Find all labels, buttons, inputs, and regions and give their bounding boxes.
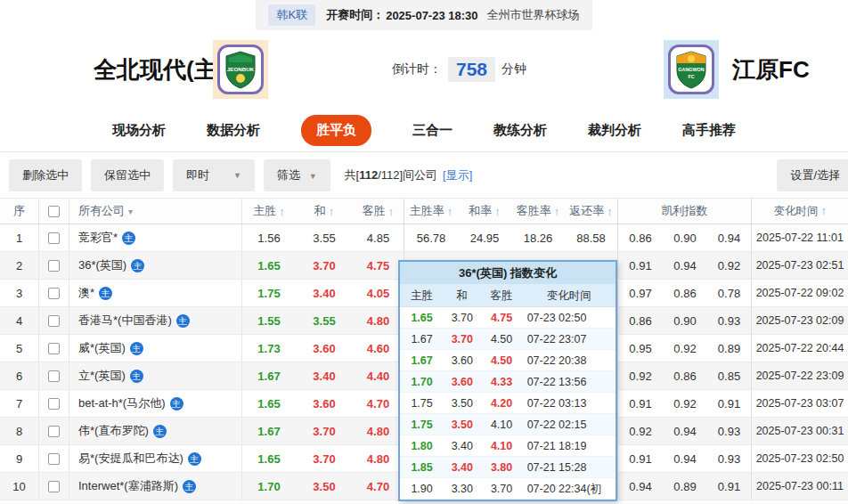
kelly-cell: 0.90 xyxy=(663,307,707,334)
row-checkbox[interactable] xyxy=(48,288,60,299)
odds-cell[interactable]: 3.55 xyxy=(296,224,353,251)
odds-cell[interactable]: 4.75 xyxy=(353,252,404,279)
odds-cell[interactable]: 1.73 xyxy=(242,335,296,362)
row-number: 4 xyxy=(0,307,39,334)
row-checkbox[interactable] xyxy=(48,370,60,382)
popup-odds-cell: 3.60 xyxy=(444,371,480,392)
company-cell[interactable]: Interwet*(塞浦路斯)主 xyxy=(69,473,242,500)
odds-cell[interactable]: 3.40 xyxy=(296,280,353,306)
odds-cell[interactable]: 4.85 xyxy=(353,224,404,251)
nav-tab[interactable]: 裁判分析 xyxy=(588,122,641,139)
header-home-rate[interactable]: 主胜率↑ xyxy=(404,199,458,224)
nav-tab[interactable]: 三合一 xyxy=(412,122,453,139)
kelly-cell: 0.92 xyxy=(618,362,663,389)
select-all-checkbox[interactable] xyxy=(48,206,60,217)
kelly-cell: 0.89 xyxy=(707,335,752,362)
company-cell[interactable]: 香港马*(中国香港)主 xyxy=(69,307,242,334)
nav-tab[interactable]: 高手推荐 xyxy=(682,122,736,139)
odds-cell[interactable]: 4.80 xyxy=(353,307,404,334)
primary-badge-icon: 主 xyxy=(153,425,167,438)
popup-time-cell: 07-22 03:13 xyxy=(523,393,616,413)
kelly-cell: 0.86 xyxy=(663,362,707,389)
nav-tab[interactable]: 教练分析 xyxy=(493,122,547,139)
odds-cell[interactable]: 4.70 xyxy=(353,473,404,500)
row-checkbox[interactable] xyxy=(48,343,60,354)
popup-odds-cell: 1.80 xyxy=(400,435,444,456)
odds-cell[interactable]: 1.55 xyxy=(242,307,296,334)
company-cell[interactable]: bet-at-h*(马尔他)主 xyxy=(69,390,242,417)
time-mode-select[interactable]: 即时 ▼ xyxy=(173,159,255,191)
header-return-rate[interactable]: 返还率↑ xyxy=(565,199,618,224)
header-away-rate[interactable]: 客胜率↑ xyxy=(511,199,565,224)
company-cell[interactable]: 立*(英国)主 xyxy=(69,362,242,389)
odds-cell[interactable]: 4.70 xyxy=(353,390,404,417)
row-checkbox[interactable] xyxy=(48,481,60,492)
row-checkbox[interactable] xyxy=(48,315,60,327)
company-cell[interactable]: 竞彩官*主 xyxy=(69,224,242,251)
odds-cell[interactable]: 3.40 xyxy=(296,362,353,389)
row-checkbox[interactable] xyxy=(48,232,60,244)
company-cell[interactable]: 澳*主 xyxy=(69,280,242,306)
odds-cell[interactable]: 1.75 xyxy=(242,280,296,306)
filter-button[interactable]: 筛选 ▼ xyxy=(264,159,330,191)
row-checkbox[interactable] xyxy=(48,260,60,272)
home-team-name: 全北现代(主) xyxy=(94,54,224,85)
header-company[interactable]: 所有公司▾ xyxy=(69,199,242,224)
odds-cell[interactable]: 1.65 xyxy=(242,390,296,417)
odds-cell[interactable]: 4.60 xyxy=(353,335,404,362)
row-checkbox[interactable] xyxy=(48,426,60,437)
header-draw-odds[interactable]: 和↑ xyxy=(296,199,353,224)
odds-cell[interactable]: 3.60 xyxy=(296,390,353,417)
delete-selected-button[interactable]: 删除选中 xyxy=(9,159,82,191)
countdown-label: 倒计时： xyxy=(392,61,442,77)
odds-cell[interactable]: 4.80 xyxy=(353,418,404,444)
match-info-bar: 韩K联 开赛时间： 2025-07-23 18:30 全州市世界杯球场 xyxy=(0,0,848,30)
odds-cell[interactable]: 3.60 xyxy=(296,335,353,362)
row-checkbox[interactable] xyxy=(48,398,60,410)
row-checkbox[interactable] xyxy=(48,453,60,465)
primary-badge-icon: 主 xyxy=(183,480,196,493)
odds-cell[interactable]: 1.67 xyxy=(242,418,296,444)
odds-cell[interactable]: 3.70 xyxy=(296,445,353,472)
odds-cell[interactable]: 1.65 xyxy=(242,252,296,279)
kelly-cell: 0.92 xyxy=(663,335,707,362)
home-logo-frame: JEONBUK xyxy=(217,45,264,94)
keep-selected-button[interactable]: 保留选中 xyxy=(91,159,164,191)
odds-cell[interactable]: 4.05 xyxy=(353,280,404,306)
nav-tab[interactable]: 胜平负 xyxy=(301,115,371,146)
company-name: bet-at-h*(马尔他) xyxy=(78,395,166,411)
company-cell[interactable]: 36*(英国)主 xyxy=(69,252,242,279)
company-cell[interactable]: 伟*(直布罗陀)主 xyxy=(69,418,242,444)
nav-tab[interactable]: 数据分析 xyxy=(207,122,260,139)
odds-cell[interactable]: 1.56 xyxy=(242,224,296,251)
kelly-cell: 0.78 xyxy=(707,280,752,306)
popup-odds-cell: 1.70 xyxy=(400,371,444,392)
league-badge[interactable]: 韩K联 xyxy=(268,4,315,26)
popup-odds-cell: 3.60 xyxy=(444,350,480,370)
popup-odds-cell: 4.75 xyxy=(480,307,522,328)
odds-cell[interactable]: 3.50 xyxy=(296,473,353,500)
odds-cell[interactable]: 3.55 xyxy=(296,307,353,334)
settings-select-button[interactable]: 设置/选择 xyxy=(777,159,848,191)
popup-row: 1.753.504.2007-22 03:13 xyxy=(400,393,616,414)
odds-cell[interactable]: 1.65 xyxy=(242,445,296,472)
header-home-odds[interactable]: 主胜↑ xyxy=(242,199,296,224)
header-change-time[interactable]: 变化时间↑ xyxy=(752,199,848,224)
company-name: 竞彩官* xyxy=(78,230,118,246)
odds-cell[interactable]: 4.80 xyxy=(353,445,404,472)
odds-cell[interactable]: 4.40 xyxy=(353,362,404,389)
header-away-odds[interactable]: 客胜↑ xyxy=(353,199,404,224)
odds-cell[interactable]: 3.70 xyxy=(296,418,353,444)
header-label: 和 xyxy=(314,203,326,219)
odds-cell[interactable]: 1.70 xyxy=(242,473,296,500)
popup-time-cell: 07-20 22:34(初指) xyxy=(523,478,616,499)
odds-cell[interactable]: 3.70 xyxy=(296,252,353,279)
gangwon-crest-icon: GANGWON FC xyxy=(673,50,709,89)
company-cell[interactable]: 威*(英国)主 xyxy=(69,335,242,362)
header-draw-rate[interactable]: 和率↑ xyxy=(458,199,511,224)
nav-tab[interactable]: 现场分析 xyxy=(112,122,166,139)
show-link[interactable]: [显示] xyxy=(443,167,472,183)
popup-time-cell: 07-23 02:50 xyxy=(523,307,616,328)
odds-cell[interactable]: 1.67 xyxy=(242,362,296,389)
company-cell[interactable]: 易*(安提瓜和巴布达)主 xyxy=(69,445,242,472)
